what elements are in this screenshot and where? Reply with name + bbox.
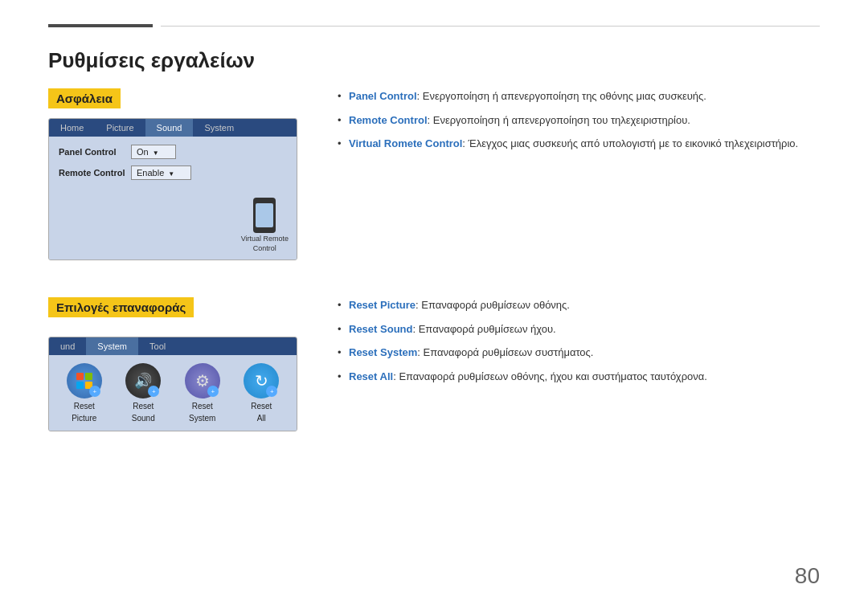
win-sq1	[76, 373, 84, 380]
bullet-virtual-remote: Virtual Romete Control: Έλεγχος μιας συσ…	[338, 136, 820, 152]
bullet-reset-system: Reset System: Επαναφορά ρυθμίσεων συστήμ…	[338, 345, 820, 361]
virtual-remote-icon: Virtual RemoteControl	[241, 198, 289, 253]
reset-picture-label2: Picture	[72, 414, 96, 423]
tab-picture[interactable]: Picture	[95, 119, 145, 137]
windows-icon	[76, 373, 92, 389]
reset-picture-item: + Reset Picture	[67, 363, 102, 423]
top-line-long	[161, 26, 820, 27]
virtual-remote-area: Virtual RemoteControl	[49, 194, 297, 260]
bullet-reset-all-bold: Reset All	[349, 370, 393, 382]
bullet-reset-sound: Reset Sound: Επαναφορά ρυθμίσεων ήχου.	[338, 321, 820, 337]
panel-control-value[interactable]: On ▼	[131, 145, 176, 159]
tab-sound[interactable]: Sound	[145, 119, 194, 137]
page-title: Ρυθμίσεις εργαλείων	[48, 48, 255, 73]
security-header: Ασφάλεια	[48, 88, 121, 108]
system-badge: +	[207, 386, 219, 397]
reset-tab-system[interactable]: System	[86, 337, 138, 355]
reset-sound-label1: Reset	[133, 402, 154, 411]
reset-tabs: und System Tool	[49, 337, 297, 355]
page-number: 80	[795, 563, 820, 589]
tab-home[interactable]: Home	[49, 119, 95, 137]
bullet-reset-picture-bold: Reset Picture	[349, 299, 416, 311]
bullet-reset-sound-text: : Επαναφορά ρυθμίσεων ήχου.	[412, 323, 555, 335]
top-decoration	[48, 24, 820, 27]
reset-tab-tool[interactable]: Tool	[138, 337, 177, 355]
page-container: Ρυθμίσεις εργαλείων Ασφάλεια Home Pictur…	[0, 0, 868, 613]
reset-picture-label1: Reset	[74, 402, 95, 411]
remote-control-label: Remote Control	[59, 168, 131, 178]
bullet-reset-system-text: : Επαναφορά ρυθμίσεων συστήματος.	[417, 346, 593, 358]
reset-all-item: ↻ + Reset All	[244, 363, 279, 423]
bullet-panel-control: Panel Control: Ενεργοποίηση ή απενεργοπο…	[338, 88, 820, 104]
phone-icon	[253, 198, 276, 233]
bullet-reset-picture-text: : Επαναφορά ρυθμίσεων οθόνης.	[416, 299, 570, 311]
bullet-remote-control-text: : Ενεργοποίηση ή απενεργοποίηση του τηλε…	[428, 114, 690, 126]
bullet-reset-picture: Reset Picture: Επαναφορά ρυθμίσεων οθόνη…	[338, 297, 820, 313]
top-line-short	[48, 24, 153, 27]
security-panel: Home Picture Sound System Panel Control …	[48, 118, 297, 260]
reset-panel: und System Tool +	[48, 337, 297, 431]
bullet-panel-control-bold: Panel Control	[349, 90, 417, 102]
reset-system-label1: Reset	[192, 402, 213, 411]
bullet-remote-control-bold: Remote Control	[349, 114, 428, 126]
reset-tab-und[interactable]: und	[49, 337, 86, 355]
reset-sound-item: 🔊 + Reset Sound	[125, 363, 161, 423]
reset-sound-icon[interactable]: 🔊 +	[125, 363, 161, 398]
panel-control-label: Panel Control	[59, 147, 131, 157]
bullet-reset-all: Reset All: Επαναφορά ρυθμίσεων οθόνης, ή…	[338, 369, 820, 385]
panel-body: Panel Control On ▼ Remote Control Enable…	[49, 137, 297, 194]
bullet-remote-control: Remote Control: Ενεργοποίηση ή απενεργοπ…	[338, 112, 820, 129]
reset-bullets: Reset Picture: Επαναφορά ρυθμίσεων οθόνη…	[338, 297, 820, 392]
security-bullet-list: Panel Control: Ενεργοποίηση ή απενεργοπο…	[338, 88, 820, 152]
all-badge: +	[266, 386, 277, 397]
bullet-virtual-remote-bold: Virtual Romete Control	[349, 137, 462, 149]
bullet-panel-control-text: : Ενεργοποίηση ή απενεργοποίηση της οθόν…	[417, 90, 706, 102]
reset-header: Επιλογές επαναφοράς	[48, 297, 194, 317]
bullet-reset-sound-bold: Reset Sound	[349, 323, 412, 335]
bullet-reset-all-text: : Επαναφορά ρυθμίσεων οθόνης, ήχου και σ…	[393, 370, 707, 382]
reset-all-label2: All	[257, 414, 266, 423]
win-sq2	[85, 373, 92, 380]
reset-section: Επιλογές επαναφοράς und System Tool	[48, 297, 313, 431]
panel-tabs: Home Picture Sound System	[49, 119, 297, 137]
security-bullets: Panel Control: Ενεργοποίηση ή απενεργοπο…	[338, 88, 820, 160]
reset-all-icon[interactable]: ↻ +	[244, 363, 279, 398]
phone-screen	[256, 203, 273, 227]
reset-picture-icon[interactable]: +	[67, 363, 102, 398]
bullet-virtual-remote-text: : Έλεγχος μιας συσκευής από υπολογιστή μ…	[462, 137, 798, 149]
picture-badge: +	[89, 386, 100, 397]
sound-badge: +	[148, 386, 159, 397]
security-section: Ασφάλεια Home Picture Sound System Panel…	[48, 88, 313, 260]
reset-system-label2: System	[189, 414, 215, 423]
reset-system-icon[interactable]: ⚙ +	[185, 363, 220, 398]
reset-bullet-list: Reset Picture: Επαναφορά ρυθμίσεων οθόνη…	[338, 297, 820, 384]
reset-all-label1: Reset	[251, 402, 272, 411]
remote-control-value[interactable]: Enable ▼	[131, 166, 191, 180]
panel-row-remote-control: Remote Control Enable ▼	[59, 166, 287, 180]
reset-body: + Reset Picture 🔊 + Reset Sound ⚙	[49, 355, 297, 431]
panel-row-panel-control: Panel Control On ▼	[59, 145, 287, 159]
tab-system[interactable]: System	[193, 119, 245, 137]
win-sq3	[76, 382, 84, 389]
virtual-remote-label: Virtual RemoteControl	[241, 235, 289, 253]
reset-system-item: ⚙ + Reset System	[185, 363, 220, 423]
bullet-reset-system-bold: Reset System	[349, 346, 417, 358]
reset-sound-label2: Sound	[132, 414, 155, 423]
